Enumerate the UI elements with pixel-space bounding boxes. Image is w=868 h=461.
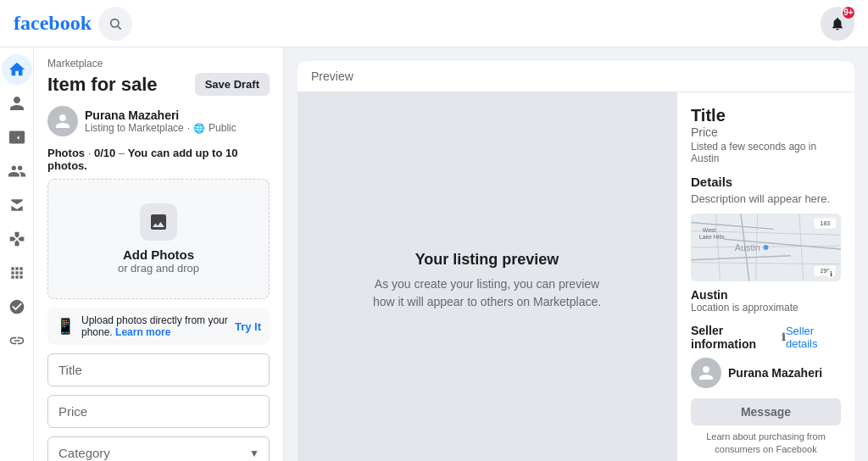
user-info: Purana Mazaheri Listing to Marketplace ·… xyxy=(85,108,236,134)
preview-location-name: Austin xyxy=(691,288,841,302)
sidebar-item-home[interactable] xyxy=(2,54,32,85)
sidebar-item-watch[interactable] xyxy=(2,122,32,153)
preview-listing-meta: Listed a few seconds ago in Austin xyxy=(691,141,841,164)
title-input[interactable] xyxy=(47,353,270,386)
notifications-button[interactable]: 9+ xyxy=(821,7,854,41)
preview-empty-title: Your listing preview xyxy=(415,251,559,269)
globe-icon: 🌐 xyxy=(193,123,205,134)
breadcrumb: Marketplace xyxy=(47,58,270,69)
svg-text:West: West xyxy=(703,227,716,233)
svg-text:183: 183 xyxy=(821,220,831,226)
preview-panel: Preview Your listing preview As you crea… xyxy=(284,47,868,461)
sidebar-item-gaming[interactable] xyxy=(2,224,32,254)
sidebar-item-profile[interactable] xyxy=(2,88,32,119)
upload-phone-text: Upload photos directly from your phone. … xyxy=(81,314,228,338)
seller-section-label: Seller information ℹ xyxy=(691,324,786,351)
category-select[interactable]: Category xyxy=(47,436,270,461)
preview-details-panel: Title Price Listed a few seconds ago in … xyxy=(676,92,854,461)
svg-line-1 xyxy=(118,26,121,30)
user-name: Purana Mazaheri xyxy=(85,108,236,122)
svg-text:ℹ: ℹ xyxy=(830,270,832,278)
save-draft-button[interactable]: Save Draft xyxy=(195,73,270,96)
search-button[interactable] xyxy=(98,7,132,41)
preview-listing-price: Price xyxy=(691,125,841,139)
add-photos-sub: or drag and drop xyxy=(118,262,199,275)
upload-phone-row: 📱 Upload photos directly from your phone… xyxy=(47,308,270,345)
page-title: Item for sale xyxy=(47,74,158,96)
add-photos-label: Add Photos xyxy=(123,247,194,262)
svg-text:Austin: Austin xyxy=(735,242,760,253)
user-listing-info: Listing to Marketplace · 🌐 Public xyxy=(85,122,236,134)
user-row: Purana Mazaheri Listing to Marketplace ·… xyxy=(47,106,270,136)
form-title-row: Item for sale Save Draft xyxy=(47,73,270,96)
sidebar-item-link[interactable] xyxy=(2,325,32,356)
svg-text:Lake Hills: Lake Hills xyxy=(699,234,725,240)
seller-name: Purana Mazaheri xyxy=(728,366,822,380)
preview-location-sub: Location is approximate xyxy=(691,302,841,314)
preview-image-area: Your listing preview As you create your … xyxy=(298,92,676,461)
svg-point-15 xyxy=(764,245,769,250)
avatar xyxy=(47,106,78,136)
preview-header: Preview xyxy=(298,61,854,92)
svg-point-0 xyxy=(111,19,119,26)
topnav: facebook 9+ xyxy=(0,0,868,47)
svg-point-2 xyxy=(154,218,157,220)
preview-description: Description will appear here. xyxy=(691,192,841,205)
try-it-button[interactable]: Try It xyxy=(235,320,261,333)
purchase-info: Learn about purchasing from consumers on… xyxy=(691,430,841,457)
preview-card: Preview Your listing preview As you crea… xyxy=(298,61,854,461)
seller-section-header: Seller information ℹ Seller details xyxy=(691,324,841,351)
learn-more-link[interactable]: Learn more xyxy=(115,326,170,338)
sidebar-item-apps[interactable] xyxy=(2,258,32,288)
preview-listing-title: Title xyxy=(691,106,841,125)
main-layout: Marketplace Item for sale Save Draft Pur… xyxy=(0,47,868,461)
photos-label: Photos · 0/10 – You can add up to 10 pho… xyxy=(47,147,270,172)
preview-empty-sub: As you create your listing, you can prev… xyxy=(373,275,601,311)
message-button[interactable]: Message xyxy=(691,398,841,425)
preview-body: Your listing preview As you create your … xyxy=(298,92,854,461)
sidebar-item-people[interactable] xyxy=(2,292,32,322)
category-select-wrap: Category ▼ xyxy=(47,436,270,461)
topnav-right: 9+ xyxy=(821,7,854,41)
seller-avatar xyxy=(691,358,721,388)
add-photos-dropzone[interactable]: Add Photos or drag and drop xyxy=(47,179,270,299)
logo[interactable]: facebook xyxy=(14,12,92,35)
price-input[interactable] xyxy=(47,395,270,428)
seller-details-link[interactable]: Seller details xyxy=(786,325,841,350)
phone-icon: 📱 xyxy=(56,317,75,336)
preview-details-label: Details xyxy=(691,175,841,189)
form-panel: Marketplace Item for sale Save Draft Pur… xyxy=(34,47,284,461)
sidebar xyxy=(0,47,34,461)
notification-badge: 9+ xyxy=(841,5,856,20)
sidebar-item-marketplace[interactable] xyxy=(2,190,32,220)
map-placeholder: Austin 183 290 West Lake Hills ℹ xyxy=(691,214,841,281)
sidebar-item-friends[interactable] xyxy=(2,156,32,186)
seller-row: Purana Mazaheri xyxy=(691,358,841,388)
add-photos-icon xyxy=(140,203,177,241)
